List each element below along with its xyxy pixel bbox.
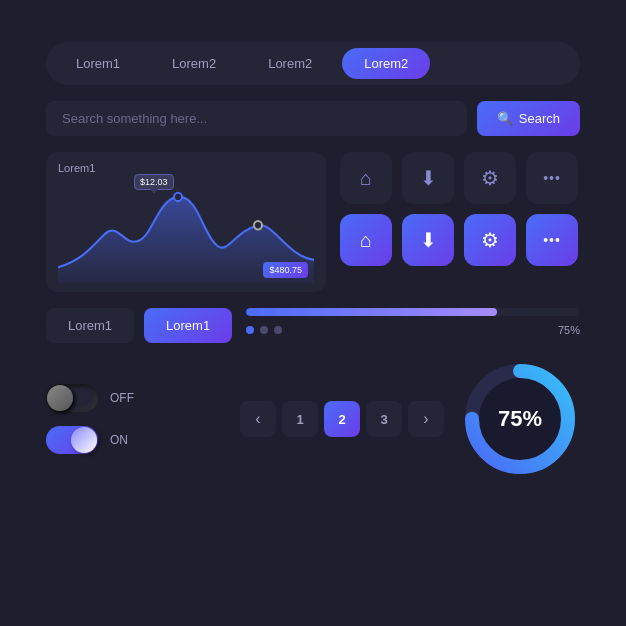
plain-button[interactable]: Lorem1 [46,308,134,343]
home-icon-flat[interactable]: ⌂ [340,152,392,204]
tab-lorem2-2[interactable]: Lorem2 [246,48,334,79]
toggle-on-row: ON [46,426,226,454]
donut-chart: 75% [460,359,580,479]
search-icon: 🔍 [497,111,513,126]
download-icon-flat[interactable]: ⬇ [402,152,454,204]
search-row: Search something here... 🔍 Search [46,101,580,136]
download-icon-gradient[interactable]: ⬇ [402,214,454,266]
search-button-label: Search [519,111,560,126]
next-page-button[interactable]: › [408,401,444,437]
page-2-button[interactable]: 2 [324,401,360,437]
main-container: Lorem1 Lorem2 Lorem2 Lorem2 Search somet… [18,18,608,608]
toggle-off-knob [47,385,73,411]
settings-icon-flat[interactable]: ⚙ [464,152,516,204]
toggle-on[interactable] [46,426,98,454]
chart-card: Lorem1 $12.03 [46,152,326,292]
progress-section: 75% [246,308,580,336]
btn-progress-row: Lorem1 Lorem1 75% [46,308,580,343]
more-icon-gradient[interactable]: ••• [526,214,578,266]
toggle-off[interactable] [46,384,98,412]
home-icon-gradient[interactable]: ⌂ [340,214,392,266]
chart-icon-row: Lorem1 $12.03 [46,152,580,292]
tab-bar: Lorem1 Lorem2 Lorem2 Lorem2 [46,42,580,85]
toggle-off-label: OFF [110,391,134,405]
progress-dot-2 [260,326,268,334]
toggle-section: OFF ON [46,384,226,454]
progress-dots-row: 75% [246,324,580,336]
icon-grid: ⌂ ⬇ ⚙ ••• ⌂ ⬇ ⚙ ••• [340,152,580,292]
donut-percent-label: 75% [498,406,542,432]
chart-title: Lorem1 [58,162,314,174]
toggle-off-row: OFF [46,384,226,412]
icon-row-1: ⌂ ⬇ ⚙ ••• [340,152,580,204]
more-icon-flat[interactable]: ••• [526,152,578,204]
tab-lorem2-active[interactable]: Lorem2 [342,48,430,79]
progress-bar-fill [246,308,496,316]
chart-tooltip-1: $12.03 [134,174,174,190]
blue-button[interactable]: Lorem1 [144,308,232,343]
page-3-button[interactable]: 3 [366,401,402,437]
search-input[interactable]: Search something here... [46,101,467,136]
toggle-on-knob [71,427,97,453]
chart-tooltip-2: $480.75 [263,262,308,278]
tab-lorem2-1[interactable]: Lorem2 [150,48,238,79]
toggle-pagination-donut-row: OFF ON ‹ 1 2 3 › [46,359,580,479]
btn-group: Lorem1 Lorem1 [46,308,232,343]
icon-row-2: ⌂ ⬇ ⚙ ••• [340,214,580,266]
svg-point-0 [174,193,182,201]
search-button[interactable]: 🔍 Search [477,101,580,136]
page-1-button[interactable]: 1 [282,401,318,437]
settings-icon-gradient[interactable]: ⚙ [464,214,516,266]
svg-point-1 [254,221,262,229]
prev-page-button[interactable]: ‹ [240,401,276,437]
progress-dot-1 [246,326,254,334]
tab-lorem1[interactable]: Lorem1 [54,48,142,79]
progress-label: 75% [558,324,580,336]
progress-bar-wrap [246,308,580,316]
search-placeholder: Search something here... [62,111,207,126]
pagination: ‹ 1 2 3 › [240,401,444,437]
toggle-on-label: ON [110,433,128,447]
progress-dot-3 [274,326,282,334]
